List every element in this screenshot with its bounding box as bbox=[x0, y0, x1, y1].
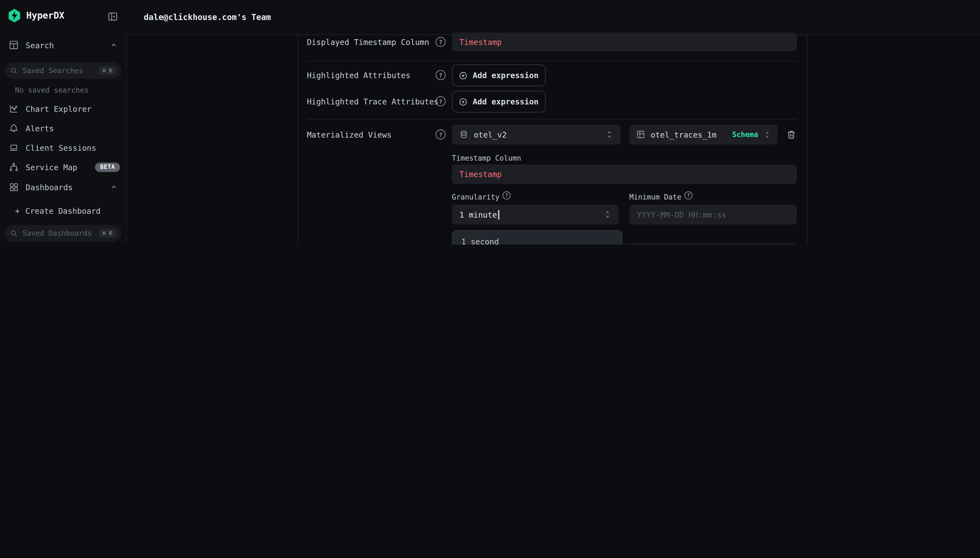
no-saved-searches-text: No saved searches bbox=[15, 86, 89, 95]
info-icon[interactable]: ? bbox=[502, 191, 511, 200]
saved-dashboards-input[interactable]: Saved Dashboards ⌘ K bbox=[5, 225, 121, 241]
sidebar-item-service-map[interactable]: Service Map BETA bbox=[9, 162, 120, 172]
add-expression-button[interactable]: Add expression bbox=[452, 64, 546, 86]
view-select[interactable]: otel_v2 bbox=[452, 125, 621, 144]
timestamp-column-input[interactable]: Timestamp bbox=[452, 164, 797, 184]
hyperdx-logo-icon bbox=[8, 9, 21, 23]
divider bbox=[308, 61, 797, 61]
displayed-timestamp-input[interactable]: Timestamp bbox=[452, 33, 797, 51]
database-icon bbox=[459, 130, 468, 139]
add-expression-button[interactable]: Add expression bbox=[452, 91, 546, 113]
app-title: HyperDX bbox=[26, 11, 64, 21]
info-icon[interactable]: ? bbox=[684, 191, 693, 200]
materialized-views-label: Materialized Views bbox=[307, 130, 391, 140]
chevron-up-icon bbox=[110, 41, 118, 49]
schema-badge[interactable]: Schema bbox=[732, 130, 758, 139]
plus-icon: + bbox=[15, 206, 20, 216]
minimum-date-label: Minimum Date bbox=[630, 193, 681, 202]
minimum-date-input[interactable]: YYYY-MM-DD HH:mm:ss bbox=[630, 204, 797, 225]
shortcut-badge: ⌘ K bbox=[98, 229, 116, 238]
chevron-up-icon bbox=[110, 183, 118, 191]
app-window: HyperDX Search Saved Searches ⌘ K No sav… bbox=[0, 0, 980, 245]
highlighted-attributes-label: Highlighted Attributes bbox=[307, 71, 410, 80]
selector-icon bbox=[604, 210, 611, 219]
selector-icon bbox=[605, 130, 613, 139]
collapse-sidebar-icon[interactable] bbox=[107, 11, 118, 22]
help-icon[interactable]: ? bbox=[435, 70, 446, 80]
help-icon[interactable]: ? bbox=[435, 96, 446, 106]
text-caret bbox=[498, 210, 499, 219]
timestamp-column-label: Timestamp Column bbox=[452, 154, 521, 162]
table-icon bbox=[636, 130, 645, 139]
displayed-timestamp-label: Displayed Timestamp Column bbox=[307, 38, 429, 47]
selector-icon bbox=[764, 130, 771, 139]
granularity-label: Granularity bbox=[452, 193, 500, 202]
chart-icon bbox=[9, 104, 19, 114]
highlighted-trace-attributes-label: Highlighted Trace Attributes bbox=[307, 97, 438, 106]
sidebar-item-search[interactable]: Search bbox=[9, 40, 118, 50]
beta-badge: BETA bbox=[95, 162, 120, 172]
saved-searches-input[interactable]: Saved Searches ⌘ K bbox=[5, 62, 121, 79]
top-header: dale@clickhouse.com's Team bbox=[126, 0, 980, 35]
help-icon[interactable]: ? bbox=[435, 37, 446, 47]
plus-circle-icon bbox=[459, 71, 468, 80]
plus-circle-icon bbox=[459, 97, 468, 106]
search-icon bbox=[10, 229, 18, 237]
sidebar-item-chart-explorer[interactable]: Chart Explorer bbox=[9, 104, 118, 114]
bell-icon bbox=[9, 123, 19, 133]
table-select[interactable]: otel_traces_1m Schema bbox=[630, 125, 777, 144]
sidebar-item-dashboards[interactable]: Dashboards bbox=[9, 182, 118, 192]
create-dashboard-button[interactable]: + Create Dashboard bbox=[15, 206, 101, 216]
page-title: dale@clickhouse.com's Team bbox=[144, 13, 271, 22]
sidebar-item-alerts[interactable]: Alerts bbox=[9, 123, 118, 133]
hierarchy-icon bbox=[9, 162, 19, 172]
delete-view-icon[interactable] bbox=[786, 130, 797, 140]
granularity-dropdown: 1 second 15 seconds 30 seconds 1 minute … bbox=[452, 230, 623, 245]
shortcut-badge: ⌘ K bbox=[98, 66, 116, 75]
dropdown-option[interactable]: 1 second bbox=[455, 233, 619, 245]
grid-icon bbox=[9, 182, 19, 192]
logo[interactable]: HyperDX bbox=[8, 9, 65, 23]
search-icon bbox=[10, 67, 18, 75]
sidebar: HyperDX Search Saved Searches ⌘ K No sav… bbox=[0, 0, 127, 245]
divider bbox=[308, 119, 797, 120]
granularity-select[interactable]: 1 minute bbox=[452, 204, 619, 225]
sidebar-item-client-sessions[interactable]: Client Sessions bbox=[9, 143, 118, 153]
laptop-icon bbox=[9, 143, 19, 153]
search-group-icon bbox=[9, 40, 19, 50]
help-icon[interactable]: ? bbox=[435, 130, 446, 140]
